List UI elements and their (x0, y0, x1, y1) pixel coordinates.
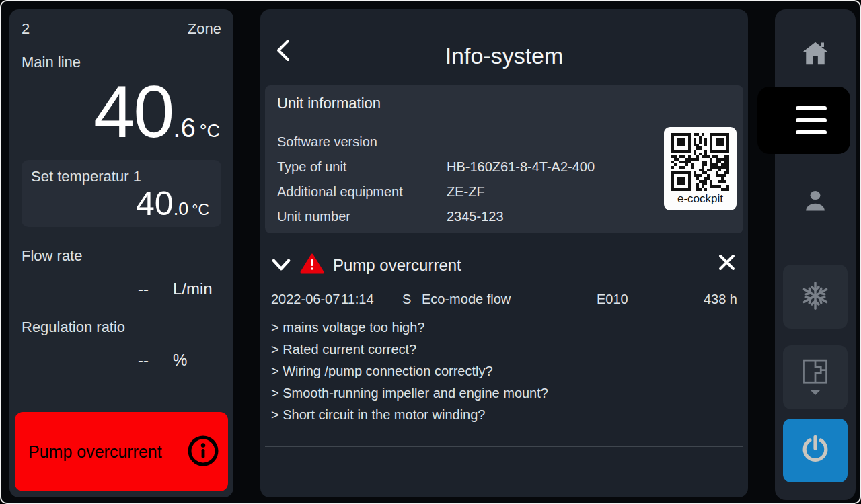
chevron-down-small-icon (810, 388, 821, 398)
flow-rate-unit: L/min (173, 280, 221, 298)
qr-code-label: e-cockpit (677, 192, 723, 206)
list-item: > Wiring /pump connection correctly? (271, 360, 737, 382)
table-row: Additional equipment ZE-ZF (277, 179, 731, 204)
screen-switch-button[interactable] (783, 345, 848, 409)
alarm-meta-row: 2022-06-07 11:14 S Eco-mode flow E010 43… (271, 292, 737, 307)
regulation-ratio-unit: % (173, 351, 221, 370)
info-header: Info-system (260, 9, 748, 85)
list-item: > Short circuit in the motor winding? (271, 404, 737, 426)
regulation-ratio-label: Regulation ratio (22, 319, 221, 336)
table-row: Type of unit HB-160Z61-8-4T-A2-400 (277, 155, 731, 179)
menu-icon (796, 106, 827, 110)
main-temp-unit: °C (196, 121, 220, 141)
zone-panel: 2 Zone Main line 40.6°C Set temperatur 1… (9, 9, 233, 497)
row-label: Unit number (277, 209, 447, 224)
alarm-banner-button[interactable]: Pump overcurrent (15, 412, 228, 491)
alarm-header: Pump overcurrent (271, 253, 737, 277)
qr-code-card: e-cockpit (664, 127, 737, 210)
row-label: Type of unit (277, 159, 447, 175)
unit-information-title: Unit information (277, 95, 731, 112)
flow-rate-label: Flow rate (22, 247, 221, 265)
row-label: Additional equipment (277, 184, 447, 200)
power-button[interactable] (783, 419, 848, 482)
alarm-error-code: E010 (597, 292, 692, 307)
device-screen: 2 Zone Main line 40.6°C Set temperatur 1… (0, 0, 861, 504)
list-item: > mains voltage too high? (271, 317, 737, 339)
main-line-label: Main line (22, 54, 221, 71)
table-row: Software version (277, 130, 731, 155)
main-temp-value: 40 (93, 70, 173, 153)
alarm-hints: > mains voltage too high? > Rated curren… (271, 317, 737, 426)
info-system-panel: Info-system Unit information Software ve… (260, 9, 748, 497)
alarm-time: 11:14 (341, 292, 402, 307)
user-button[interactable] (783, 170, 848, 234)
zone-header: 2 Zone (22, 20, 221, 38)
main-temp-decimal: .6 (173, 113, 195, 142)
alarm-date: 2022-06-07 (271, 292, 341, 307)
alarm-mode: Eco-mode flow (422, 292, 597, 307)
set-temp-value: 40 (136, 185, 174, 222)
regulation-ratio-value: -- (138, 351, 149, 370)
unit-information-card: Unit information Software version Type o… (265, 85, 743, 233)
set-temp-decimal: .0 (174, 199, 189, 219)
divider (265, 239, 743, 239)
set-temperature-card[interactable]: Set temperatur 1 40.0°C (22, 160, 221, 227)
zone-number: 2 (22, 20, 30, 38)
qr-code-image (671, 133, 729, 191)
menu-button[interactable] (757, 87, 850, 154)
power-icon (798, 433, 832, 468)
list-item: > Smooth-running impeller and engine mou… (271, 382, 737, 405)
set-temp-unit: °C (188, 201, 209, 218)
list-item: > Rated current correct? (271, 339, 737, 361)
divider (265, 446, 743, 447)
unit-information-rows: Software version Type of unit HB-160Z61-… (277, 130, 731, 229)
user-icon (800, 185, 831, 218)
snowflake-icon (800, 280, 831, 313)
flow-rate-row: -- L/min (22, 280, 221, 298)
alarm-hours: 438 h (692, 292, 737, 307)
warning-triangle-icon (300, 253, 324, 277)
info-icon[interactable] (186, 434, 220, 470)
row-label: Software version (277, 134, 447, 150)
regulation-ratio-row: -- % (22, 351, 221, 370)
alarm-section: Pump overcurrent 2022-06-07 11:14 S Eco-… (260, 253, 748, 426)
flow-rate-value: -- (138, 280, 149, 298)
chevron-down-icon[interactable] (271, 259, 291, 271)
alarm-title: Pump overcurrent (333, 256, 461, 275)
set-temp-label: Set temperatur 1 (31, 168, 212, 185)
set-temp-value-row: 40.0°C (31, 187, 212, 220)
alarm-banner-label: Pump overcurrent (28, 442, 162, 462)
close-icon[interactable] (718, 253, 736, 271)
page-title: Info-system (260, 43, 748, 69)
home-button[interactable] (783, 22, 848, 85)
cooling-button[interactable] (783, 265, 848, 329)
screen-layout-icon (801, 358, 829, 386)
main-line-temperature: 40.6°C (22, 73, 221, 151)
table-row: Unit number 2345-123 (277, 204, 731, 229)
sidebar (775, 9, 856, 500)
home-icon (800, 38, 831, 69)
row-value: 2345-123 (447, 209, 731, 224)
zone-label: Zone (188, 20, 221, 38)
alarm-code-letter: S (402, 292, 422, 307)
